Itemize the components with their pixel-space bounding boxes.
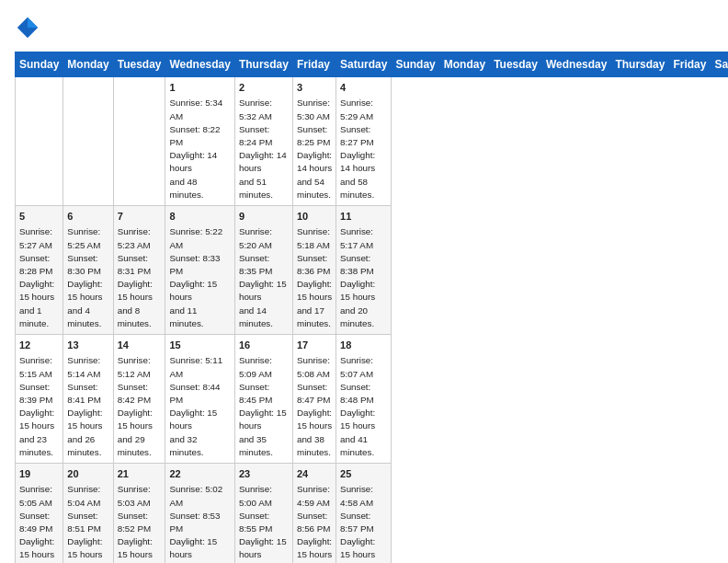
calendar-header-row: SundayMondayTuesdayWednesdayThursdayFrid… — [16, 52, 729, 77]
day-number: 21 — [118, 467, 162, 481]
calendar-cell: 13Sunrise: 5:14 AM Sunset: 8:41 PM Dayli… — [63, 335, 113, 464]
calendar-cell: 14Sunrise: 5:12 AM Sunset: 8:42 PM Dayli… — [113, 335, 165, 464]
day-number: 10 — [297, 210, 332, 224]
day-info: Sunrise: 5:12 AM Sunset: 8:42 PM Dayligh… — [118, 354, 162, 459]
header-friday: Friday — [292, 52, 336, 77]
calendar-cell: 21Sunrise: 5:03 AM Sunset: 8:52 PM Dayli… — [113, 464, 165, 563]
day-number: 17 — [297, 339, 332, 352]
day-info: Sunrise: 5:18 AM Sunset: 8:36 PM Dayligh… — [297, 225, 332, 330]
day-info: Sunrise: 5:09 AM Sunset: 8:45 PM Dayligh… — [239, 354, 289, 459]
day-number: 12 — [19, 339, 59, 352]
day-info: Sunrise: 5:00 AM Sunset: 8:55 PM Dayligh… — [239, 483, 289, 563]
day-info: Sunrise: 5:22 AM Sunset: 8:33 PM Dayligh… — [169, 225, 230, 330]
day-info: Sunrise: 5:05 AM Sunset: 8:49 PM Dayligh… — [19, 483, 59, 563]
day-number: 3 — [297, 81, 332, 95]
day-number: 7 — [118, 210, 162, 224]
col-header-tuesday: Tuesday — [490, 52, 542, 77]
calendar-week-4: 19Sunrise: 5:05 AM Sunset: 8:49 PM Dayli… — [16, 464, 729, 563]
calendar-week-2: 5Sunrise: 5:27 AM Sunset: 8:28 PM Daylig… — [16, 206, 729, 335]
header-saturday: Saturday — [336, 52, 392, 77]
day-info: Sunrise: 5:14 AM Sunset: 8:41 PM Dayligh… — [67, 354, 108, 459]
header-wednesday: Wednesday — [165, 52, 234, 77]
day-info: Sunrise: 5:27 AM Sunset: 8:28 PM Dayligh… — [19, 225, 59, 330]
calendar-cell: 22Sunrise: 5:02 AM Sunset: 8:53 PM Dayli… — [165, 464, 234, 563]
calendar-cell: 1Sunrise: 5:34 AM Sunset: 8:22 PM Daylig… — [165, 77, 234, 206]
calendar-cell: 20Sunrise: 5:04 AM Sunset: 8:51 PM Dayli… — [63, 464, 113, 563]
day-number: 18 — [340, 339, 387, 352]
calendar-cell: 24Sunrise: 4:59 AM Sunset: 8:56 PM Dayli… — [292, 464, 336, 563]
day-info: Sunrise: 5:20 AM Sunset: 8:35 PM Dayligh… — [239, 225, 289, 330]
day-number: 5 — [19, 210, 59, 224]
day-number: 15 — [169, 339, 230, 352]
day-number: 19 — [19, 467, 59, 481]
day-info: Sunrise: 5:11 AM Sunset: 8:44 PM Dayligh… — [169, 354, 230, 459]
calendar-cell: 8Sunrise: 5:22 AM Sunset: 8:33 PM Daylig… — [165, 206, 234, 335]
col-header-friday: Friday — [669, 52, 711, 77]
col-header-monday: Monday — [439, 52, 489, 77]
day-number: 14 — [118, 339, 162, 352]
day-info: Sunrise: 5:32 AM Sunset: 8:24 PM Dayligh… — [239, 97, 289, 201]
col-header-wednesday: Wednesday — [541, 52, 610, 77]
calendar-cell: 17Sunrise: 5:08 AM Sunset: 8:47 PM Dayli… — [292, 335, 336, 464]
calendar-cell: 7Sunrise: 5:23 AM Sunset: 8:31 PM Daylig… — [113, 206, 165, 335]
day-number: 16 — [239, 339, 289, 352]
calendar-cell: 23Sunrise: 5:00 AM Sunset: 8:55 PM Dayli… — [234, 464, 292, 563]
svg-marker-1 — [28, 17, 38, 28]
day-number: 20 — [67, 467, 108, 481]
day-info: Sunrise: 5:03 AM Sunset: 8:52 PM Dayligh… — [118, 483, 162, 563]
day-info: Sunrise: 5:15 AM Sunset: 8:39 PM Dayligh… — [19, 354, 59, 459]
day-number: 13 — [67, 339, 108, 352]
calendar-cell: 19Sunrise: 5:05 AM Sunset: 8:49 PM Dayli… — [16, 464, 63, 563]
calendar-cell: 4Sunrise: 5:29 AM Sunset: 8:27 PM Daylig… — [336, 77, 392, 206]
logo — [15, 15, 44, 40]
day-number: 8 — [169, 210, 230, 224]
logo-icon — [15, 15, 40, 40]
header-sunday: Sunday — [16, 52, 63, 77]
calendar-cell: 25Sunrise: 4:58 AM Sunset: 8:57 PM Dayli… — [336, 464, 392, 563]
day-number: 24 — [297, 467, 332, 481]
calendar-cell: 9Sunrise: 5:20 AM Sunset: 8:35 PM Daylig… — [234, 206, 292, 335]
day-number: 4 — [340, 81, 387, 95]
calendar-cell — [63, 77, 113, 206]
page-header — [15, 15, 713, 40]
day-info: Sunrise: 5:25 AM Sunset: 8:30 PM Dayligh… — [67, 225, 108, 330]
col-header-thursday: Thursday — [611, 52, 669, 77]
day-info: Sunrise: 5:04 AM Sunset: 8:51 PM Dayligh… — [67, 483, 108, 563]
calendar-cell: 15Sunrise: 5:11 AM Sunset: 8:44 PM Dayli… — [165, 335, 234, 464]
day-number: 11 — [340, 210, 387, 224]
col-header-saturday: Saturday — [711, 52, 728, 77]
header-tuesday: Tuesday — [113, 52, 165, 77]
calendar-cell: 18Sunrise: 5:07 AM Sunset: 8:48 PM Dayli… — [336, 335, 392, 464]
day-info: Sunrise: 5:07 AM Sunset: 8:48 PM Dayligh… — [340, 354, 387, 459]
calendar-cell: 16Sunrise: 5:09 AM Sunset: 8:45 PM Dayli… — [234, 335, 292, 464]
day-info: Sunrise: 5:29 AM Sunset: 8:27 PM Dayligh… — [340, 97, 387, 201]
day-info: Sunrise: 5:02 AM Sunset: 8:53 PM Dayligh… — [169, 483, 230, 563]
day-number: 2 — [239, 81, 289, 95]
day-number: 23 — [239, 467, 289, 481]
day-info: Sunrise: 5:08 AM Sunset: 8:47 PM Dayligh… — [297, 354, 332, 459]
calendar-cell — [113, 77, 165, 206]
calendar-cell: 5Sunrise: 5:27 AM Sunset: 8:28 PM Daylig… — [16, 206, 63, 335]
calendar-cell: 10Sunrise: 5:18 AM Sunset: 8:36 PM Dayli… — [292, 206, 336, 335]
day-info: Sunrise: 5:30 AM Sunset: 8:25 PM Dayligh… — [297, 97, 332, 201]
calendar-cell: 12Sunrise: 5:15 AM Sunset: 8:39 PM Dayli… — [16, 335, 63, 464]
calendar-cell: 6Sunrise: 5:25 AM Sunset: 8:30 PM Daylig… — [63, 206, 113, 335]
calendar-cell: 3Sunrise: 5:30 AM Sunset: 8:25 PM Daylig… — [292, 77, 336, 206]
day-info: Sunrise: 4:59 AM Sunset: 8:56 PM Dayligh… — [297, 483, 332, 563]
day-number: 6 — [67, 210, 108, 224]
col-header-sunday: Sunday — [392, 52, 439, 77]
calendar-cell: 2Sunrise: 5:32 AM Sunset: 8:24 PM Daylig… — [234, 77, 292, 206]
header-monday: Monday — [63, 52, 113, 77]
day-info: Sunrise: 5:34 AM Sunset: 8:22 PM Dayligh… — [169, 97, 230, 201]
calendar-week-3: 12Sunrise: 5:15 AM Sunset: 8:39 PM Dayli… — [16, 335, 729, 464]
day-info: Sunrise: 5:17 AM Sunset: 8:38 PM Dayligh… — [340, 225, 387, 330]
day-number: 9 — [239, 210, 289, 224]
calendar-table: SundayMondayTuesdayWednesdayThursdayFrid… — [15, 52, 728, 563]
day-number: 1 — [169, 81, 230, 95]
calendar-week-1: 1Sunrise: 5:34 AM Sunset: 8:22 PM Daylig… — [16, 77, 729, 206]
day-info: Sunrise: 5:23 AM Sunset: 8:31 PM Dayligh… — [118, 225, 162, 330]
calendar-cell — [16, 77, 63, 206]
day-number: 22 — [169, 467, 230, 481]
calendar-cell: 11Sunrise: 5:17 AM Sunset: 8:38 PM Dayli… — [336, 206, 392, 335]
header-thursday: Thursday — [234, 52, 292, 77]
